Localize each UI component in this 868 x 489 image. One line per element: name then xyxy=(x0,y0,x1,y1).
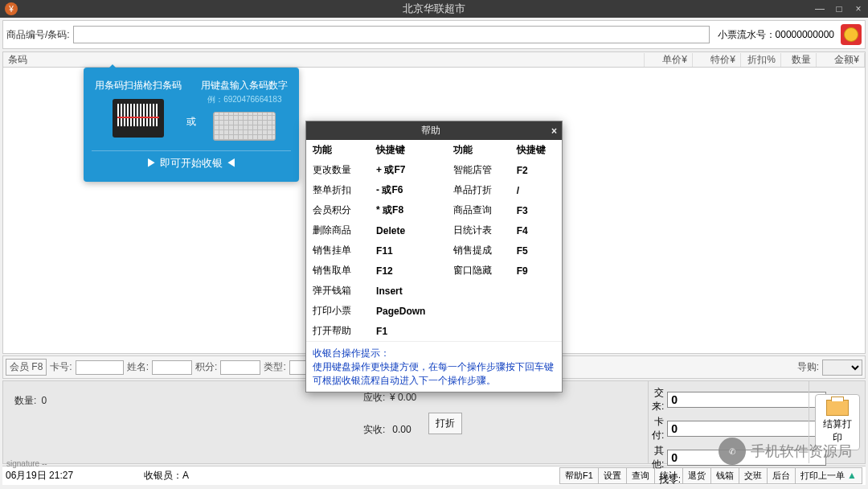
help-key: / xyxy=(510,180,562,200)
help-key: Delete xyxy=(370,220,447,240)
help-key: F11 xyxy=(370,240,447,261)
card-pay-label: 卡付: xyxy=(652,415,664,442)
help-key: F9 xyxy=(510,261,562,281)
help-func: 销售挂单 xyxy=(306,240,370,261)
change-label: 找零: xyxy=(652,473,681,487)
cash-label: 交来: xyxy=(652,386,664,413)
help-key: F2 xyxy=(510,160,562,180)
tooltip-example: 例：6920476664183 xyxy=(200,94,289,105)
help-close-button[interactable]: × xyxy=(551,125,557,137)
help-key: F4 xyxy=(510,220,562,240)
receipt-number: 小票流水号：00000000000 xyxy=(718,28,834,42)
wechat-icon: ✆ xyxy=(719,438,746,465)
cashier-display: 收银员：A xyxy=(144,469,189,483)
barcode-scanner-icon xyxy=(113,99,164,138)
help-key: F12 xyxy=(370,261,447,281)
help-func: 商品查询 xyxy=(447,200,510,220)
barcode-input[interactable] xyxy=(73,26,710,43)
cash-input[interactable] xyxy=(667,392,826,408)
help-key: + 或F7 xyxy=(370,160,447,180)
help-func: 销售提成 xyxy=(447,240,510,261)
help-func: 整单折扣 xyxy=(306,180,370,200)
app-icon: ¥ xyxy=(5,2,18,15)
tooltip-scan-text: 用条码扫描枪扫条码 xyxy=(94,79,182,92)
help-dialog: 帮助 × 功能快捷键功能快捷键 更改数量+ 或F7智能店管F2整单折扣- 或F6… xyxy=(305,121,563,392)
guide-select[interactable] xyxy=(822,360,862,376)
barcode-row: 商品编号/条码: 小票流水号：00000000000 xyxy=(2,20,866,49)
help-key: Insert xyxy=(370,281,447,301)
close-button[interactable]: × xyxy=(849,3,868,14)
watermark-text: 手机软件资源局 xyxy=(751,442,852,461)
col-discount: 折扣% xyxy=(741,53,781,67)
window-title: 北京华联超市 xyxy=(403,2,465,16)
help-key xyxy=(510,281,562,301)
maximize-button[interactable]: □ xyxy=(829,3,849,14)
guide-label: 导购: xyxy=(797,360,819,374)
help-key: F1 xyxy=(370,321,447,341)
quantity-display: 数量: 0 xyxy=(14,388,346,409)
help-func: 会员积分 xyxy=(306,200,370,220)
help-func: 单品打折 xyxy=(447,180,510,200)
paid-display: 实收: 0.00 xyxy=(363,409,411,439)
help-func xyxy=(447,281,510,301)
status-date: 06月19日 21:27 xyxy=(6,469,73,483)
help-key xyxy=(510,301,562,321)
help-key xyxy=(510,321,562,341)
help-func xyxy=(447,301,510,321)
discount-button[interactable]: 打折 xyxy=(428,413,462,434)
keyboard-icon xyxy=(213,112,276,141)
help-func xyxy=(447,321,510,341)
name-input[interactable] xyxy=(152,360,192,375)
printer-icon xyxy=(826,400,849,416)
card-label: 卡号: xyxy=(50,360,72,374)
status-button-1[interactable]: 设置 xyxy=(598,467,626,484)
member-button[interactable]: 会员 F8 xyxy=(6,359,47,376)
col-special: 特价¥ xyxy=(693,53,741,67)
points-input[interactable] xyxy=(220,360,260,375)
help-func: 窗口隐藏 xyxy=(447,261,510,281)
help-key: F5 xyxy=(510,240,562,261)
tooltip-or: 或 xyxy=(186,115,196,129)
minimize-button[interactable]: — xyxy=(810,3,829,14)
tooltip-start: ▶ 即可开始收银 ◀ xyxy=(92,150,291,175)
col-price: 单价¥ xyxy=(645,53,693,67)
card-input[interactable] xyxy=(76,360,124,375)
grid-header: 条码 单价¥ 特价¥ 折扣% 数量 金额¥ xyxy=(2,51,866,68)
coin-icon[interactable] xyxy=(841,24,862,45)
titlebar: ¥ 北京华联超市 — □ × xyxy=(0,0,868,18)
help-key: * 或F8 xyxy=(370,200,447,220)
help-func: 日统计表 xyxy=(447,220,510,240)
col-qty: 数量 xyxy=(781,53,817,67)
help-func: 更改数量 xyxy=(306,160,370,180)
help-func: 打开帮助 xyxy=(306,321,370,341)
status-button-2[interactable]: 查询 xyxy=(626,467,654,484)
help-key: PageDown xyxy=(370,301,447,321)
help-tips: 收银台操作提示： 使用键盘操作更快捷方便，在每一个操作步骤按下回车键可根据收银流… xyxy=(306,341,562,392)
help-func: 打印小票 xyxy=(306,301,370,321)
help-func: 销售取单 xyxy=(306,261,370,281)
barcode-label: 商品编号/条码: xyxy=(6,28,70,42)
help-key: F3 xyxy=(510,200,562,220)
help-func: 智能店管 xyxy=(447,160,510,180)
type-label: 类型: xyxy=(264,360,285,374)
help-func: 删除商品 xyxy=(306,220,370,240)
start-tooltip: 用条码扫描枪扫条码 或 用键盘输入条码数字 例：6920476664183 ▶ … xyxy=(84,68,299,182)
col-amount: 金额¥ xyxy=(817,53,865,67)
help-table: 功能快捷键功能快捷键 更改数量+ 或F7智能店管F2整单折扣- 或F6单品打折/… xyxy=(306,140,562,341)
help-func: 弹开钱箱 xyxy=(306,281,370,301)
signature: signature -- xyxy=(6,459,47,468)
col-barcode: 条码 xyxy=(3,53,645,67)
status-button-0[interactable]: 帮助F1 xyxy=(559,467,598,484)
help-title: 帮助 xyxy=(311,124,551,138)
help-key: - 或F6 xyxy=(370,180,447,200)
other-label: 其他: xyxy=(652,444,664,471)
name-label: 姓名: xyxy=(127,360,149,374)
watermark: ✆ 手机软件资源局 xyxy=(719,438,852,465)
tooltip-type-text: 用键盘输入条码数字 xyxy=(200,79,289,92)
card-pay-input[interactable] xyxy=(667,421,826,437)
points-label: 积分: xyxy=(195,360,217,374)
